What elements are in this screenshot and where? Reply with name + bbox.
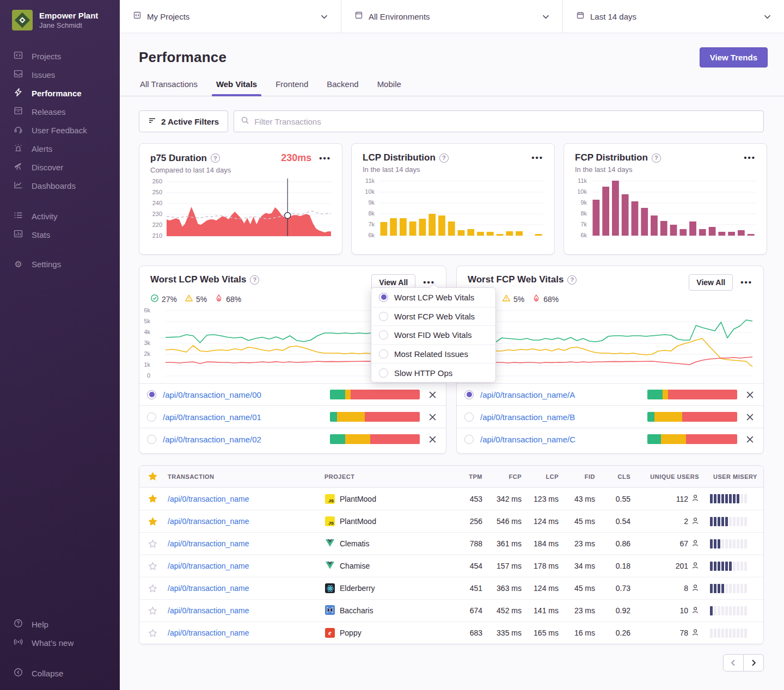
radio-button[interactable]: [464, 412, 474, 422]
project-cell[interactable]: JSPlantMood: [321, 494, 448, 504]
sidebar-item-collapse[interactable]: Collapse: [0, 664, 120, 682]
transaction-link[interactable]: /api/0/transaction_name/00: [163, 390, 261, 399]
performance-tabs: All Transactions Web Vitals Frontend Bac…: [139, 79, 768, 96]
menu-item[interactable]: Worst LCP Web Vitals: [371, 288, 495, 307]
radio-button[interactable]: [147, 435, 156, 444]
menu-item[interactable]: Slow HTTP Ops: [371, 363, 495, 382]
menu-item[interactable]: Worst FID Web Vitals: [371, 325, 495, 344]
view-all-button[interactable]: View All: [689, 274, 733, 291]
radio-button[interactable]: [147, 390, 156, 399]
help-icon[interactable]: ?: [567, 275, 577, 285]
tab-backend[interactable]: Backend: [326, 79, 359, 96]
star-icon[interactable]: [139, 606, 164, 615]
date-range-filter[interactable]: Last 14 days: [563, 0, 784, 33]
transaction-link[interactable]: /api/0/transaction_name/A: [480, 390, 575, 399]
sidebar-item-dashboards[interactable]: Dashboards: [0, 176, 120, 195]
org-switcher[interactable]: Empower Plant Jane Schmidt: [0, 0, 120, 42]
radio-button[interactable]: [379, 330, 388, 340]
environment-filter[interactable]: All Environments: [341, 0, 563, 33]
radio-button[interactable]: [464, 390, 474, 399]
star-icon[interactable]: [139, 562, 164, 571]
sidebar-item-projects[interactable]: Projects: [0, 47, 120, 65]
help-icon[interactable]: ?: [652, 153, 661, 163]
sidebar-item-stats[interactable]: Stats: [0, 225, 120, 244]
help-icon[interactable]: ?: [211, 153, 220, 163]
lcp-value: 124 ms: [525, 517, 562, 526]
cls-value: 0.55: [598, 495, 634, 503]
star-icon[interactable]: [139, 517, 164, 526]
sidebar-item-settings[interactable]: ⚙ Settings: [0, 256, 120, 273]
tab-mobile[interactable]: Mobile: [376, 79, 402, 96]
transaction-link[interactable]: /api/0/transaction_name/C: [480, 435, 575, 444]
close-icon[interactable]: [428, 413, 437, 421]
tab-all-transactions[interactable]: All Transactions: [139, 79, 199, 96]
card-menu-button[interactable]: •••: [744, 155, 756, 161]
transaction-link[interactable]: /api/0/transaction_name: [164, 606, 321, 615]
sidebar-item-whats-new[interactable]: What’s new: [0, 633, 120, 652]
vitals-distribution-bar: [330, 390, 420, 399]
star-icon[interactable]: [139, 472, 164, 481]
close-icon[interactable]: [746, 435, 754, 443]
sidebar-item-performance[interactable]: Performance: [0, 84, 120, 102]
y-axis-tick: 210: [150, 232, 162, 239]
unique-users-cell: 201: [634, 562, 702, 571]
star-icon[interactable]: [139, 494, 164, 503]
sidebar-item-releases[interactable]: Releases: [0, 102, 120, 121]
sidebar-item-user-feedback[interactable]: User Feedback: [0, 121, 120, 139]
view-trends-button[interactable]: View Trends: [700, 47, 768, 67]
close-icon[interactable]: [746, 413, 754, 421]
star-icon[interactable]: [139, 629, 164, 638]
transaction-link[interactable]: /api/0/transaction_name/B: [480, 412, 575, 422]
help-icon: [14, 619, 23, 630]
menu-item[interactable]: Most Related Issues: [371, 344, 495, 364]
close-icon[interactable]: [746, 391, 754, 399]
card-menu-button[interactable]: •••: [319, 156, 331, 161]
star-icon[interactable]: [139, 584, 164, 593]
radio-button[interactable]: [379, 368, 388, 378]
radio-button[interactable]: [379, 312, 388, 321]
prev-page-button[interactable]: [723, 654, 744, 671]
card-title: LCP Distribution ?: [363, 152, 449, 163]
project-cell[interactable]: JSPlantMood: [321, 516, 448, 527]
project-cell[interactable]: Baccharis: [321, 605, 448, 616]
next-page-button[interactable]: [743, 654, 764, 671]
project-cell[interactable]: Elderberry: [321, 583, 448, 594]
transaction-link[interactable]: /api/0/transaction_name: [164, 495, 321, 503]
card-menu-button[interactable]: •••: [531, 155, 543, 161]
tab-web-vitals[interactable]: Web Vitals: [215, 79, 258, 96]
close-icon[interactable]: [428, 391, 437, 399]
fire-icon: [532, 294, 541, 304]
sidebar-item-help[interactable]: Help: [0, 615, 120, 633]
transaction-link[interactable]: /api/0/transaction_name: [164, 517, 321, 526]
radio-button[interactable]: [379, 293, 388, 302]
tpm-value: 788: [448, 539, 486, 548]
tab-frontend[interactable]: Frontend: [274, 79, 309, 96]
project-cell[interactable]: Clematis: [321, 538, 448, 549]
help-icon[interactable]: ?: [250, 275, 259, 285]
star-icon[interactable]: [139, 539, 164, 549]
close-icon[interactable]: [428, 435, 437, 443]
sidebar-item-discover[interactable]: Discover: [0, 158, 120, 176]
transaction-link[interactable]: /api/0/transaction_name: [164, 584, 321, 593]
transaction-link[interactable]: /api/0/transaction_name: [164, 539, 321, 548]
transaction-link[interactable]: /api/0/transaction_name: [164, 562, 321, 570]
table-row: /api/0/transaction_name JSPlantMood 256 …: [139, 510, 763, 532]
card-menu-button[interactable]: •••: [740, 280, 752, 285]
transaction-link[interactable]: /api/0/transaction_name: [164, 629, 321, 637]
sidebar-item-alerts[interactable]: Alerts: [0, 139, 120, 158]
radio-button[interactable]: [464, 435, 474, 444]
radio-button[interactable]: [379, 349, 388, 359]
menu-item[interactable]: Worst FCP Web Vitals: [371, 307, 495, 326]
sidebar-item-activity[interactable]: Activity: [0, 207, 120, 225]
search-input[interactable]: [254, 117, 757, 126]
transaction-link[interactable]: /api/0/transaction_name/02: [163, 435, 261, 444]
project-cell[interactable]: ePoppy: [321, 627, 448, 638]
sidebar-item-issues[interactable]: Issues: [0, 65, 120, 84]
transaction-link[interactable]: /api/0/transaction_name/01: [163, 412, 261, 422]
help-icon[interactable]: ?: [439, 153, 449, 163]
radio-button[interactable]: [147, 412, 156, 422]
project-cell[interactable]: Chamise: [321, 560, 448, 571]
active-filters-button[interactable]: 2 Active Filters: [139, 110, 228, 132]
project-filter[interactable]: My Projects: [120, 0, 341, 33]
card-subtitle: In the last 14 days: [363, 165, 543, 174]
